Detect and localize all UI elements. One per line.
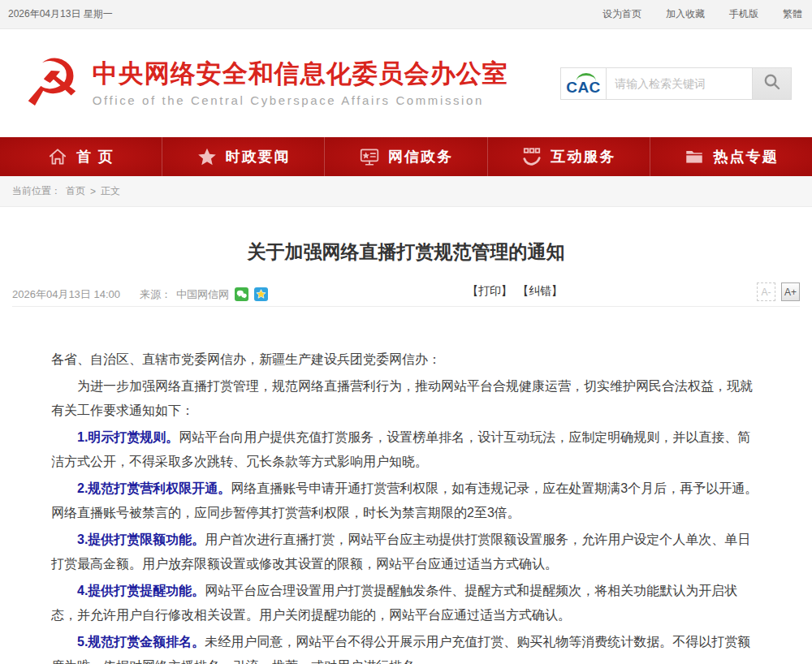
nav-item-cyberspace-affairs[interactable]: 网信政务 xyxy=(325,137,487,176)
breadcrumb-current: 正文 xyxy=(101,184,120,198)
item-1-lead: 1.明示打赏规则。 xyxy=(77,430,179,444)
item-3-lead: 3.提供打赏限额功能。 xyxy=(77,532,205,546)
font-larger-button[interactable]: A+ xyxy=(781,282,800,301)
link-add-favorite[interactable]: 加入收藏 xyxy=(666,7,705,21)
qzone-share-icon[interactable] xyxy=(254,287,268,301)
search-input[interactable] xyxy=(607,67,753,100)
article-meta-bar: 2026年04月13日 14:00 来源： 中国网信网 【打印】 【纠错】 A-… xyxy=(12,282,800,307)
current-date: 2026年04月13日 星期一 xyxy=(8,7,113,21)
article-tools: 【打印】 【纠错】 xyxy=(467,284,564,299)
article-body: 各省、自治区、直辖市党委网信办，新疆生产建设兵团党委网信办： 为进一步加强网络直… xyxy=(0,307,812,664)
nav-label: 首 页 xyxy=(76,147,114,166)
magnifier-icon xyxy=(762,72,782,94)
print-button[interactable]: 【打印】 xyxy=(467,284,512,297)
nav-item-interactive-services[interactable]: 互动服务 xyxy=(488,137,650,176)
cac-logo: CAC xyxy=(560,67,607,100)
wechat-share-icon[interactable] xyxy=(235,287,248,301)
error-correction-button[interactable]: 【纠错】 xyxy=(517,284,563,297)
article: 关于加强网络直播打赏规范管理的通知 2026年04月13日 14:00 来源： … xyxy=(0,239,812,664)
hammer-sickle-emblem-icon: ☭ xyxy=(23,51,81,116)
paragraph-item-1: 1.明示打赏规则。网站平台向用户提供充值打赏服务，设置榜单排名，设计互动玩法，应… xyxy=(51,425,761,474)
hand-service-icon xyxy=(521,146,542,167)
nav-label: 互动服务 xyxy=(551,147,615,166)
breadcrumb-label: 当前位置： xyxy=(12,184,61,198)
nav-label: 网信政务 xyxy=(388,147,453,166)
item-2-lead: 2.规范打赏营利权限开通。 xyxy=(77,481,231,495)
top-links: 设为首页 加入收藏 手机版 繁體 xyxy=(578,7,802,21)
nav-item-political-news[interactable]: 时政要闻 xyxy=(162,137,325,176)
breadcrumb-home-link[interactable]: 首页 xyxy=(66,184,85,198)
search-button[interactable] xyxy=(753,67,792,100)
nav-item-hot-topics[interactable]: 热点专题 xyxy=(650,137,812,176)
site-title: 中央网络安全和信息化委员会办公室 xyxy=(93,59,508,88)
brand-text: 中央网络安全和信息化委员会办公室 Office of the Central C… xyxy=(93,59,508,108)
item-5-lead: 5.规范打赏金额排名。 xyxy=(77,635,205,649)
font-smaller-button[interactable]: A- xyxy=(757,282,775,301)
cac-logo-arc xyxy=(576,73,595,81)
top-utility-bar: 2026年04月13日 星期一 设为首页 加入收藏 手机版 繁體 xyxy=(0,0,812,29)
home-icon xyxy=(47,146,68,167)
breadcrumb-separator: > xyxy=(90,186,96,197)
article-title: 关于加强网络直播打赏规范管理的通知 xyxy=(12,239,800,265)
link-mobile-version[interactable]: 手机版 xyxy=(729,7,758,21)
nav-label: 时政要闻 xyxy=(226,147,291,166)
cac-logo-text: CAC xyxy=(566,80,601,95)
main-nav: 首 页 时政要闻 网信政务 互动服 xyxy=(0,137,812,176)
source-label: 来源： xyxy=(140,287,171,302)
paragraph-item-4: 4.提供打赏提醒功能。网站平台应合理设置用户打赏提醒触发条件、提醒方式和提醒频次… xyxy=(51,579,761,627)
masthead: ☭ 中央网络安全和信息化委员会办公室 Office of the Central… xyxy=(0,29,812,137)
nav-label: 热点专题 xyxy=(713,147,778,166)
paragraph-item-3: 3.提供打赏限额功能。用户首次进行直播打赏，网站平台应主动提供打赏限额设置服务，… xyxy=(51,528,761,576)
monitor-icon xyxy=(359,146,380,167)
paragraph-item-2: 2.规范打赏营利权限开通。网络直播账号申请开通打赏营利权限，如有违规记录，应在处… xyxy=(51,476,761,525)
site-subtitle-english: Office of the Central Cyberspace Affairs… xyxy=(93,93,508,107)
star-icon xyxy=(197,146,218,167)
link-traditional-chinese[interactable]: 繁體 xyxy=(783,7,802,21)
nav-item-home[interactable]: 首 页 xyxy=(0,137,162,176)
paragraph-salutation: 各省、自治区、直辖市党委网信办，新疆生产建设兵团党委网信办： xyxy=(51,347,761,372)
search-bar: CAC xyxy=(560,67,792,100)
breadcrumb: 当前位置： 首页 > 正文 xyxy=(0,176,812,207)
font-size-controls: A- A+ xyxy=(757,282,800,301)
link-set-homepage[interactable]: 设为首页 xyxy=(603,7,641,21)
item-4-lead: 4.提供打赏提醒功能。 xyxy=(77,584,205,597)
source-name: 中国网信网 xyxy=(176,287,229,302)
article-date: 2026年04月13日 14:00 xyxy=(12,287,120,302)
folder-icon xyxy=(684,146,705,167)
paragraph-item-5: 5.规范打赏金额排名。未经用户同意，网站平台不得公开展示用户充值打赏、购买礼物等… xyxy=(51,630,761,664)
paragraph-intro: 为进一步加强网络直播打赏管理，规范网络直播营利行为，推动网站平台合规健康运营，切… xyxy=(51,374,761,423)
